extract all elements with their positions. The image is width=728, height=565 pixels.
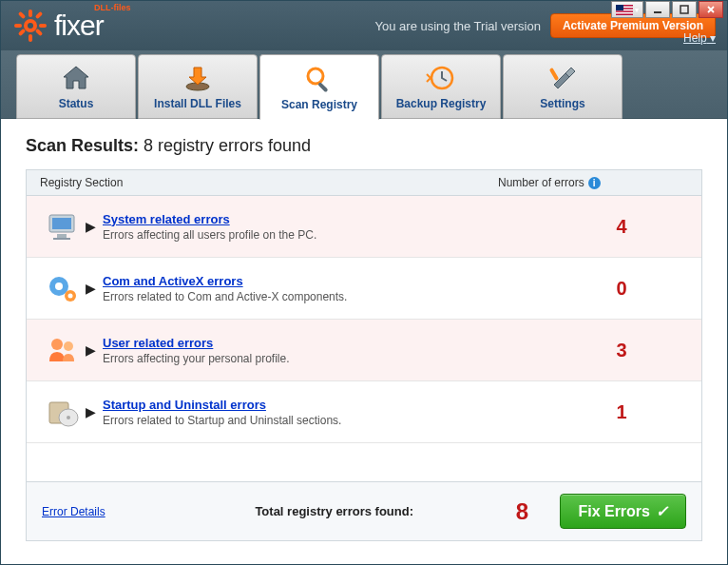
help-link[interactable]: Help ▾ (683, 31, 716, 45)
app-logo: fixer DLL-files (12, 8, 104, 44)
table-row: ▶ Com and ActiveX errors Errors related … (27, 258, 701, 320)
svg-point-30 (51, 339, 63, 350)
row-count: 1 (555, 401, 688, 423)
row-title-link[interactable]: System related errors (103, 212, 555, 226)
svg-rect-9 (29, 34, 32, 42)
scan-results-heading: Scan Results: 8 registry errors found (26, 136, 702, 156)
grid-header: Registry Section Number of errorsi (26, 169, 702, 196)
row-description: Errors related to Com and Active-X compo… (103, 290, 555, 303)
box-cd-icon (40, 395, 86, 429)
svg-rect-21 (549, 68, 559, 81)
tools-icon (546, 63, 579, 93)
row-title-link[interactable]: Startup and Uninstall errors (103, 398, 555, 412)
logo-text: fixer (54, 10, 104, 42)
svg-rect-10 (14, 24, 22, 28)
titlebar: ▾ fixer DLL-files You are using the Tria… (1, 1, 727, 50)
row-count: 4 (555, 216, 688, 238)
row-description: Errors affecting your personal profile. (103, 352, 555, 365)
window-buttons: ▾ (611, 1, 723, 18)
svg-rect-25 (53, 238, 70, 240)
tabbar: Status Install DLL Files Scan Registry B… (1, 50, 727, 119)
clock-restore-icon (425, 63, 457, 93)
svg-point-29 (68, 294, 73, 299)
gear-com-icon (40, 271, 86, 305)
download-icon (182, 63, 214, 93)
row-title-link[interactable]: User related errors (103, 336, 555, 350)
table-row: ▶ Startup and Uninstall errors Errors re… (27, 381, 701, 443)
svg-rect-6 (680, 6, 688, 13)
chevron-right-icon[interactable]: ▶ (86, 342, 103, 358)
users-icon (40, 333, 86, 367)
table-row: ▶ User related errors Errors affecting y… (27, 320, 701, 381)
svg-rect-14 (35, 11, 43, 19)
logo-subtext: DLL-files (94, 3, 131, 12)
close-button[interactable] (699, 1, 723, 18)
checkmark-icon: ✓ (656, 502, 668, 520)
tab-settings-label: Settings (540, 97, 584, 110)
tab-backup-registry[interactable]: Backup Registry (381, 54, 501, 119)
total-label: Total registry errors found: (184, 504, 484, 518)
svg-rect-15 (18, 29, 26, 36)
chevron-right-icon[interactable]: ▶ (86, 281, 103, 296)
content-area: Scan Results: 8 registry errors found Re… (1, 119, 727, 541)
tab-install-dll[interactable]: Install DLL Files (138, 54, 258, 119)
error-details-link[interactable]: Error Details (42, 505, 184, 518)
svg-point-31 (64, 341, 73, 351)
grid-header-section: Registry Section (40, 176, 498, 189)
svg-rect-19 (317, 82, 328, 92)
row-body: User related errors Errors affecting you… (103, 336, 555, 365)
svg-rect-5 (654, 11, 661, 13)
svg-point-18 (308, 68, 323, 84)
home-icon (60, 63, 92, 93)
fix-button-label: Fix Errors (578, 503, 650, 520)
svg-point-27 (55, 282, 63, 290)
grid-header-count: Number of errorsi (498, 176, 688, 189)
svg-rect-3 (616, 11, 633, 13)
row-body: System related errors Errors affecting a… (103, 212, 555, 242)
help-label: Help (683, 31, 707, 45)
tab-status-label: Status (59, 97, 94, 110)
table-row: ▶ System related errors Errors affecting… (27, 196, 701, 258)
svg-point-16 (28, 23, 33, 29)
results-scroll-area[interactable]: ▶ System related errors Errors affecting… (26, 196, 702, 481)
svg-rect-12 (18, 11, 26, 19)
info-icon[interactable]: i (588, 177, 601, 189)
tab-backup-label: Backup Registry (396, 97, 487, 110)
tab-scan-registry[interactable]: Scan Registry (259, 54, 379, 120)
chevron-right-icon[interactable]: ▶ (86, 219, 103, 234)
trial-version-text: You are using the Trial version (375, 19, 541, 33)
app-window: ▾ fixer DLL-files You are using the Tria… (0, 0, 728, 565)
svg-rect-8 (29, 10, 32, 17)
row-title-link[interactable]: Com and ActiveX errors (103, 274, 555, 288)
tab-status[interactable]: Status (16, 54, 136, 119)
tab-scan-label: Scan Registry (281, 98, 357, 111)
heading-rest: 8 registry errors found (139, 136, 311, 155)
row-description: Errors related to Startup and Uninstall … (103, 414, 555, 427)
maximize-button[interactable] (672, 1, 697, 18)
row-count: 0 (555, 278, 688, 300)
svg-rect-4 (616, 5, 623, 10)
tab-settings[interactable]: Settings (503, 54, 623, 119)
svg-rect-13 (35, 29, 43, 36)
row-description: Errors affecting all users profile on th… (103, 228, 555, 242)
total-count: 8 (484, 498, 560, 525)
row-body: Com and ActiveX errors Errors related to… (103, 274, 555, 303)
chevron-right-icon[interactable]: ▶ (86, 404, 103, 419)
tab-install-label: Install DLL Files (154, 97, 241, 110)
svg-rect-11 (39, 24, 47, 28)
svg-point-34 (67, 416, 70, 419)
heading-bold: Scan Results: (26, 136, 139, 155)
minimize-button[interactable] (645, 1, 670, 18)
svg-rect-24 (57, 234, 67, 238)
language-flag-button[interactable]: ▾ (611, 1, 643, 18)
magnifier-icon (303, 64, 335, 94)
results-footer: Error Details Total registry errors foun… (26, 481, 702, 541)
row-count: 3 (555, 340, 688, 361)
gear-icon (12, 8, 48, 44)
row-body: Startup and Uninstall errors Errors rela… (103, 398, 555, 427)
system-icon (40, 209, 86, 244)
svg-rect-23 (52, 218, 71, 229)
fix-errors-button[interactable]: Fix Errors ✓ (560, 494, 686, 529)
